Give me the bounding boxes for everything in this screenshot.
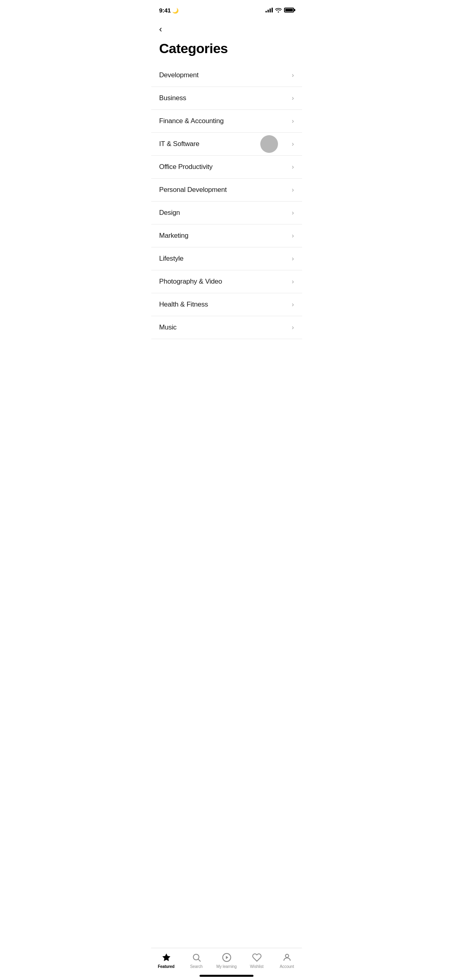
- page-title: Categories: [159, 41, 294, 56]
- status-bar: 9:41 🌙: [151, 0, 302, 18]
- category-chevron-icon: ›: [292, 301, 294, 308]
- category-item[interactable]: Music›: [151, 316, 302, 339]
- page-title-section: Categories: [151, 38, 302, 64]
- category-list: Development›Business›Finance & Accountin…: [151, 64, 302, 339]
- category-chevron-icon: ›: [292, 209, 294, 216]
- category-label: Music: [159, 323, 177, 331]
- category-label: Finance & Accounting: [159, 117, 224, 125]
- category-item[interactable]: Lifestyle›: [151, 247, 302, 270]
- category-chevron-icon: ›: [292, 186, 294, 194]
- category-label: IT & Software: [159, 140, 200, 148]
- category-item[interactable]: Health & Fitness›: [151, 293, 302, 316]
- category-chevron-icon: ›: [292, 278, 294, 285]
- category-chevron-icon: ›: [292, 255, 294, 262]
- category-label: Business: [159, 94, 186, 102]
- back-chevron-icon: ‹: [159, 24, 162, 34]
- category-item[interactable]: Design›: [151, 202, 302, 224]
- category-item[interactable]: Photography & Video›: [151, 270, 302, 293]
- signal-icon: [266, 8, 273, 12]
- category-chevron-icon: ›: [292, 140, 294, 148]
- category-label: Lifestyle: [159, 255, 184, 263]
- category-label: Photography & Video: [159, 278, 222, 286]
- category-item[interactable]: Office Productivity›: [151, 156, 302, 179]
- category-item[interactable]: IT & Software›: [151, 133, 302, 156]
- category-chevron-icon: ›: [292, 324, 294, 331]
- battery-icon: [284, 8, 294, 12]
- category-label: Design: [159, 209, 180, 217]
- category-chevron-icon: ›: [292, 95, 294, 102]
- category-label: Office Productivity: [159, 163, 213, 171]
- category-chevron-icon: ›: [292, 117, 294, 125]
- category-label: Development: [159, 71, 199, 79]
- category-label: Marketing: [159, 232, 189, 240]
- category-item[interactable]: Development›: [151, 64, 302, 87]
- category-label: Personal Development: [159, 186, 227, 194]
- category-chevron-icon: ›: [292, 232, 294, 239]
- category-label: Health & Fitness: [159, 301, 208, 309]
- category-item[interactable]: Personal Development›: [151, 179, 302, 202]
- category-item[interactable]: Finance & Accounting›: [151, 110, 302, 133]
- back-button[interactable]: ‹: [151, 18, 302, 38]
- category-chevron-icon: ›: [292, 72, 294, 79]
- status-icons: [266, 8, 294, 12]
- category-item[interactable]: Business›: [151, 87, 302, 110]
- status-time: 9:41 🌙: [159, 7, 179, 14]
- wifi-icon: [275, 8, 282, 12]
- touch-indicator: [260, 135, 278, 153]
- category-item[interactable]: Marketing›: [151, 224, 302, 247]
- category-chevron-icon: ›: [292, 163, 294, 171]
